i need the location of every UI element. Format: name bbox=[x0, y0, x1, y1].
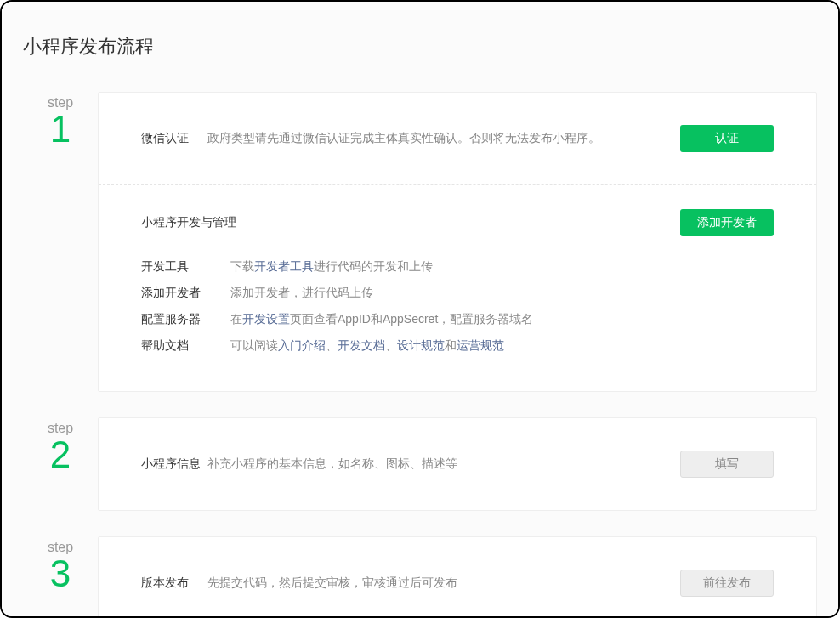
detail-row-config-server: 配置服务器 在开发设置页面查看AppID和AppSecret，配置服务器域名 bbox=[141, 306, 774, 332]
app-info-section: 小程序信息 补充小程序的基本信息，如名称、图标、描述等 填写 bbox=[99, 418, 816, 510]
step-2-row: step 2 小程序信息 补充小程序的基本信息，如名称、图标、描述等 填写 bbox=[23, 417, 817, 511]
dev-tools-link[interactable]: 开发者工具 bbox=[254, 259, 314, 273]
step-1-card: 微信认证 政府类型请先通过微信认证完成主体真实性确认。否则将无法发布小程序。 认… bbox=[98, 92, 817, 392]
detail-row-help-docs: 帮助文档 可以阅读入门介绍、开发文档、设计规范和运营规范 bbox=[141, 332, 774, 359]
go-release-button[interactable]: 前往发布 bbox=[680, 570, 774, 597]
section-title: 微信认证 bbox=[141, 131, 207, 146]
step-1-label: step 1 bbox=[23, 92, 98, 392]
verify-button[interactable]: 认证 bbox=[680, 125, 774, 152]
detail-value: 添加开发者，进行代码上传 bbox=[230, 284, 774, 302]
step-2-card: 小程序信息 补充小程序的基本信息，如名称、图标、描述等 填写 bbox=[98, 417, 817, 511]
dev-manage-section: 小程序开发与管理 添加开发者 开发工具 下载开发者工具进行代码的开发和上传 添加… bbox=[99, 185, 816, 391]
section-title: 版本发布 bbox=[141, 575, 207, 591]
detail-value: 可以阅读入门介绍、开发文档、设计规范和运营规范 bbox=[230, 337, 774, 354]
operation-spec-link[interactable]: 运营规范 bbox=[457, 338, 504, 352]
section-title: 小程序开发与管理 bbox=[141, 215, 680, 230]
page-title: 小程序发布流程 bbox=[23, 34, 817, 60]
detail-label: 配置服务器 bbox=[141, 310, 230, 328]
detail-label: 开发工具 bbox=[141, 258, 230, 275]
step-3-card: 版本发布 先提交代码，然后提交审核，审核通过后可发布 前往发布 bbox=[98, 536, 817, 618]
dev-settings-link[interactable]: 开发设置 bbox=[242, 312, 290, 326]
step-3-label: step 3 bbox=[23, 536, 98, 618]
detail-row-dev-tools: 开发工具 下载开发者工具进行代码的开发和上传 bbox=[141, 253, 774, 280]
section-desc: 补充小程序的基本信息，如名称、图标、描述等 bbox=[207, 456, 680, 472]
step-number: 3 bbox=[23, 554, 98, 593]
detail-value: 在开发设置页面查看AppID和AppSecret，配置服务器域名 bbox=[230, 310, 774, 328]
section-desc: 先提交代码，然后提交审核，审核通过后可发布 bbox=[207, 575, 680, 591]
main-container: 小程序发布流程 step 1 微信认证 政府类型请先通过微信认证完成主体真实性确… bbox=[2, 2, 838, 616]
step-1-row: step 1 微信认证 政府类型请先通过微信认证完成主体真实性确认。否则将无法发… bbox=[23, 92, 817, 392]
detail-value: 下载开发者工具进行代码的开发和上传 bbox=[230, 258, 774, 275]
add-developer-button[interactable]: 添加开发者 bbox=[680, 209, 774, 236]
section-desc: 政府类型请先通过微信认证完成主体真实性确认。否则将无法发布小程序。 bbox=[207, 131, 680, 146]
detail-row-add-dev: 添加开发者 添加开发者，进行代码上传 bbox=[141, 280, 774, 306]
wechat-verify-section: 微信认证 政府类型请先通过微信认证完成主体真实性确认。否则将无法发布小程序。 认… bbox=[99, 93, 816, 185]
section-title: 小程序信息 bbox=[141, 456, 207, 472]
step-3-row: step 3 版本发布 先提交代码，然后提交审核，审核通过后可发布 前往发布 bbox=[23, 536, 817, 618]
step-2-label: step 2 bbox=[23, 417, 98, 511]
fill-info-button[interactable]: 填写 bbox=[680, 451, 774, 478]
dev-docs-link[interactable]: 开发文档 bbox=[338, 338, 385, 352]
design-spec-link[interactable]: 设计规范 bbox=[397, 338, 445, 352]
detail-label: 帮助文档 bbox=[141, 337, 230, 354]
release-section: 版本发布 先提交代码，然后提交审核，审核通过后可发布 前往发布 bbox=[99, 537, 816, 618]
detail-label: 添加开发者 bbox=[141, 284, 230, 302]
step-number: 1 bbox=[23, 110, 98, 149]
intro-link[interactable]: 入门介绍 bbox=[278, 338, 326, 352]
step-number: 2 bbox=[23, 435, 98, 474]
